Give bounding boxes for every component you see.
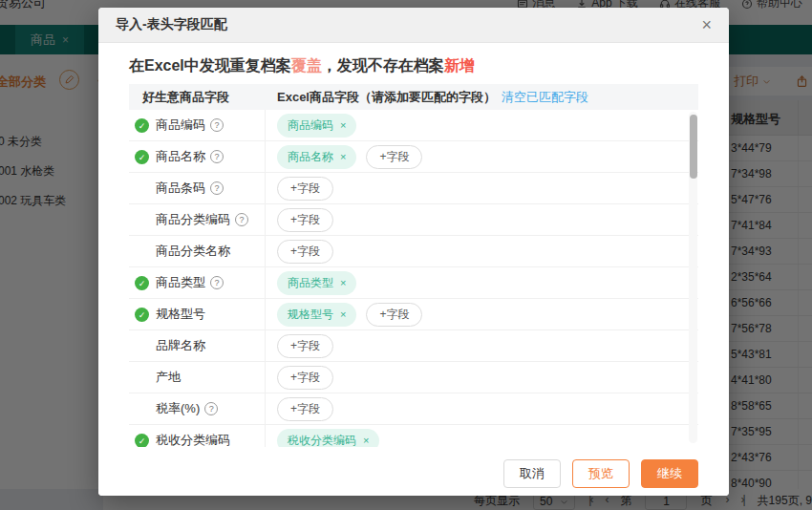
field-label: 规格型号 [156,306,205,323]
excel-field-cell: +字段 [266,236,698,266]
field-match-row: ✓ 商品类型 ? 商品类型 × [129,267,698,299]
source-field-cell: ✓ 商品编码 ? [129,110,266,140]
cancel-button[interactable]: 取消 [503,459,561,488]
add-field-button[interactable]: +字段 [366,303,422,327]
field-match-row: ✓ 税收分类编码 税收分类编码 × [129,425,698,447]
field-label: 商品分类名称 [156,243,230,260]
excel-fields-header: Excel商品字段（请添加要匹配的字段） 清空已匹配字段 [266,89,698,106]
source-fields-header: 好生意商品字段 [129,89,266,106]
tag-close-icon[interactable]: × [363,435,369,446]
matched-tag-label: 商品类型 [288,275,333,291]
matched-check-icon: ✓ [135,150,149,164]
continue-button[interactable]: 继续 [641,459,698,488]
matched-tag: 商品名称 × [277,145,356,169]
field-label: 品牌名称 [156,337,205,354]
field-match-row: ✓ 品牌名称 +字段 [129,330,698,362]
help-icon[interactable]: ? [210,118,224,132]
field-label: 商品名称 [156,148,205,165]
dialog-footer: 取消 预览 继续 [98,452,729,496]
notice-part1: 在Excel中发现重复档案 [129,57,291,74]
matched-check-icon: ✓ [135,276,149,290]
tag-close-icon[interactable]: × [340,308,346,320]
matched-tag-label: 税收分类编码 [288,433,356,448]
excel-field-cell: 税收分类编码 × [266,425,698,447]
excel-field-cell: 规格型号 × +字段 [266,299,698,329]
tag-close-icon[interactable]: × [340,277,346,288]
field-match-row: ✓ 税率(%) ? +字段 [129,393,698,425]
matched-tag: 商品类型 × [277,271,356,295]
source-field-cell: ✓ 品牌名称 [129,330,266,361]
matched-check-icon: ✓ [135,308,149,322]
field-label: 税收分类编码 [156,432,230,447]
source-field-cell: ✓ 产地 [129,362,266,393]
matched-tag: 税收分类编码 × [277,429,379,448]
field-match-row: ✓ 产地 +字段 [129,362,698,393]
help-icon[interactable]: ? [210,276,224,289]
matched-tag-label: 规格型号 [288,307,333,323]
help-icon[interactable]: ? [210,181,224,195]
source-field-cell: ✓ 商品分类编码 ? [129,204,266,235]
preview-button[interactable]: 预览 [572,459,630,488]
excel-field-cell: +字段 [266,330,698,361]
matched-check-icon: ✓ [135,118,149,133]
matched-tag-label: 商品编码 [288,117,333,134]
notice-add-highlight: 新增 [444,57,475,74]
excel-field-cell: +字段 [266,204,698,235]
source-field-cell: ✓ 税率(%) ? [129,393,266,424]
source-field-cell: ✓ 规格型号 [129,299,266,329]
source-field-cell: ✓ 商品分类名称 [129,236,266,266]
field-label: 税率(%) [156,400,200,417]
add-field-button[interactable]: +字段 [366,145,422,169]
help-icon[interactable]: ? [210,150,224,163]
help-icon[interactable]: ? [235,213,248,226]
field-match-row: ✓ 商品分类名称 +字段 [129,236,698,267]
source-field-cell: ✓ 商品名称 ? [129,141,266,172]
add-field-button[interactable]: +字段 [277,366,333,390]
field-match-header: 好生意商品字段 Excel商品字段（请添加要匹配的字段） 清空已匹配字段 [129,84,698,110]
dialog-header: 导入-表头字段匹配 × [98,8,729,43]
tag-close-icon[interactable]: × [340,151,346,162]
clear-matched-link[interactable]: 清空已匹配字段 [502,89,588,106]
field-match-row: ✓ 商品编码 ? 商品编码 × [129,110,698,141]
field-label: 商品类型 [156,274,205,291]
field-match-row: ✓ 商品名称 ? 商品名称 × +字段 [129,141,698,173]
excel-field-cell: 商品编码 × [266,110,698,140]
close-icon[interactable]: × [701,16,712,33]
matched-check-icon: ✓ [135,434,149,447]
excel-field-cell: +字段 [266,393,698,424]
excel-fields-header-label: Excel商品字段（请添加要匹配的字段） [277,89,496,106]
source-field-cell: ✓ 商品条码 ? [129,173,266,203]
field-label: 产地 [156,369,181,386]
notice-cover-highlight: 覆盖 [291,57,322,74]
dialog-body: 在Excel中发现重复档案覆盖，发现不存在档案新增 好生意商品字段 Excel商… [98,55,729,447]
add-field-button[interactable]: +字段 [277,177,333,201]
add-field-button[interactable]: +字段 [277,334,333,358]
excel-field-cell: +字段 [266,173,698,203]
source-field-cell: ✓ 税收分类编码 [129,425,266,447]
matched-tag: 商品编码 × [277,114,356,138]
add-field-button[interactable]: +字段 [277,397,333,421]
excel-field-cell: 商品名称 × +字段 [266,141,698,172]
notice-part2: ，发现不存在档案 [322,57,444,74]
matched-tag: 规格型号 × [277,303,356,327]
field-match-row: ✓ 商品条码 ? +字段 [129,173,698,204]
app-screen: 贸易公司 消息 App 下载 在线客服 帮助中心 商品 × [0,0,812,510]
scrollbar-thumb[interactable] [690,115,697,179]
field-match-row: ✓ 商品分类编码 ? +字段 [129,204,698,236]
field-match-table: 好生意商品字段 Excel商品字段（请添加要匹配的字段） 清空已匹配字段 ✓ 商… [129,84,698,447]
excel-field-cell: +字段 [266,362,698,393]
source-field-cell: ✓ 商品类型 ? [129,267,266,298]
tag-close-icon[interactable]: × [340,119,346,131]
add-field-button[interactable]: +字段 [277,208,333,232]
add-field-button[interactable]: +字段 [277,240,333,264]
import-notice: 在Excel中发现重复档案覆盖，发现不存在档案新增 [129,55,698,76]
dialog-title: 导入-表头字段匹配 [116,16,227,33]
field-label: 商品分类编码 [156,211,230,228]
field-match-rows: ✓ 商品编码 ? 商品编码 × ✓ 商品名称 ? 商品名称 × +字段 ✓ 商 [129,110,698,447]
field-label: 商品条码 [156,180,205,197]
help-icon[interactable]: ? [204,402,218,415]
excel-field-cell: 商品类型 × [266,267,698,298]
field-match-row: ✓ 规格型号 规格型号 × +字段 [129,299,698,330]
matched-tag-label: 商品名称 [288,149,333,165]
import-match-dialog: 导入-表头字段匹配 × 在Excel中发现重复档案覆盖，发现不存在档案新增 好生… [98,8,729,496]
